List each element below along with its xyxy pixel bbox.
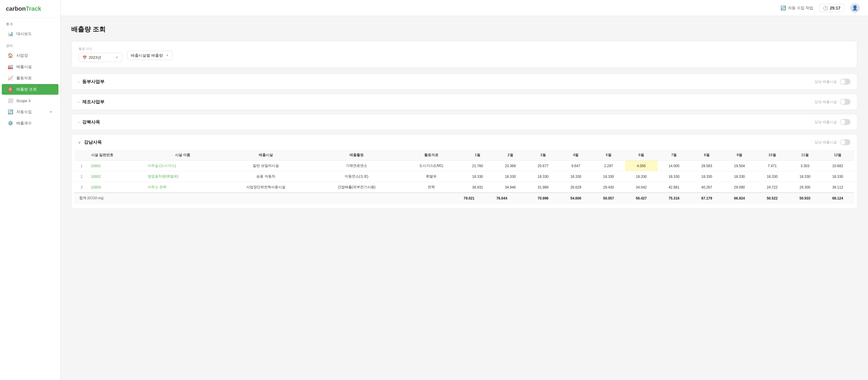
dongbu-toggle[interactable]	[840, 79, 850, 85]
cell-m1: 21.760	[461, 160, 494, 171]
sidebar-item-label: 활동자료	[16, 76, 32, 81]
col-m4: 4월	[559, 150, 592, 160]
cell-num: 2	[74, 171, 89, 182]
dashboard-icon: 📊	[8, 31, 13, 36]
cell-m12: 10.682	[822, 160, 854, 171]
clock-icon: 🕐	[823, 6, 828, 10]
sidebar-item-business-site[interactable]: 🏠 사업장	[2, 50, 58, 61]
sidebar-item-emission-inquiry[interactable]: 🎯 배출량 조회	[2, 84, 58, 95]
sidebar-item-activity-data[interactable]: 📈 활동자료	[2, 73, 58, 83]
cell-name[interactable]: 사무실 (도시가스)	[145, 160, 220, 171]
section-gangbuk: › 강북사옥 담당 배출시설	[71, 114, 857, 130]
section-dongbu: › 동부사업부 담당 배출시설	[71, 74, 857, 90]
sidebar-item-emission-facility[interactable]: 🏭 배출시설	[2, 61, 58, 72]
chevron-right-icon: ▼	[49, 110, 53, 114]
sidebar-item-emission-factor[interactable]: ⚙️ 배출계수	[2, 118, 58, 128]
sidebar-item-label: 배출계수	[16, 120, 32, 126]
section-gangnam-header[interactable]: ∨ 강남사옥 담당 배출시설	[71, 135, 857, 150]
section-gangnam: ∨ 강남사옥 담당 배출시설 시설 일련번호 시설 이름 배	[71, 134, 857, 209]
avatar[interactable]: 👤	[850, 3, 860, 13]
total-m10: 50.522	[756, 193, 788, 204]
cell-num: 3	[74, 182, 89, 193]
type-filter-group: 배출시설별 배출량 사업장별 배출량 ▼	[127, 49, 173, 60]
total-m12: 68.124	[822, 193, 854, 204]
section-dongbu-title: 동부사업부	[82, 79, 104, 85]
total-m6: 56.427	[625, 193, 658, 204]
cell-m11: 18.330	[788, 171, 821, 182]
col-m1: 1월	[461, 150, 494, 160]
emissions-table: 시설 일련번호 시설 이름 배출시설 배출활동 활동자료 1월 2월 3월 4월…	[74, 150, 854, 204]
col-m5: 5월	[592, 150, 625, 160]
cell-m8: 28.583	[690, 160, 723, 171]
gangbuk-toggle[interactable]	[840, 119, 850, 125]
cell-m4: 18.330	[559, 171, 592, 182]
cell-data: 전력	[401, 182, 461, 193]
col-m2: 2월	[494, 150, 527, 160]
cell-name[interactable]: 영업용차량(휘발유)	[145, 171, 220, 182]
cell-serial[interactable]: 10002	[89, 171, 145, 182]
cell-m3: 18.330	[527, 171, 559, 182]
total-m2: 76.644	[494, 193, 527, 204]
sidebar-item-label: 배출량 조회	[16, 87, 37, 92]
total-m8: 87.179	[690, 193, 723, 204]
jejo-toggle[interactable]	[840, 99, 850, 105]
sidebar-item-scope3[interactable]: ⬜ Scope 3	[2, 95, 58, 106]
year-select[interactable]: 2023년 2022년 2021년	[89, 55, 113, 60]
section-gangbuk-header[interactable]: › 강북사옥 담당 배출시설	[71, 114, 857, 130]
cell-m12: 18.330	[822, 171, 854, 182]
cell-m5: 2.297	[592, 160, 625, 171]
section-jejo-header[interactable]: › 제조사업부 담당 배출시설	[71, 94, 857, 110]
auto-collect-button[interactable]: 🔃 자동 수집 작업	[780, 5, 813, 11]
cell-m10: 7.471	[756, 160, 788, 171]
cell-m4: 26.629	[559, 182, 592, 193]
logo: carbon Track	[0, 0, 60, 18]
cell-m2: 23.368	[494, 160, 527, 171]
total-m1: 79.021	[461, 193, 494, 204]
total-m7: 75.316	[658, 193, 690, 204]
cell-m2: 34.946	[494, 182, 527, 193]
cell-m1: 18.330	[461, 171, 494, 182]
cell-name[interactable]: 사무소 전력	[145, 182, 220, 193]
cell-m7: 42.981	[658, 182, 690, 193]
col-m11: 11월	[788, 150, 821, 160]
col-m6: 6월	[625, 150, 658, 160]
toggle-label: 담당 배출시설	[815, 140, 837, 145]
total-m5: 50.057	[592, 193, 625, 204]
toggle-label: 담당 배출시설	[815, 120, 837, 125]
cell-m7: 18.330	[658, 171, 690, 182]
logo-carbon: carbon	[6, 5, 26, 12]
cell-serial[interactable]: 10003	[89, 182, 145, 193]
total-m9: 66.924	[723, 193, 756, 204]
col-m3: 3월	[527, 150, 559, 160]
cell-num: 1	[74, 160, 89, 171]
col-name: 시설 이름	[145, 150, 220, 160]
table-row: 3 10003 사무소 전력 사업장단위전력사용시설 간접배출(외부전기사용) …	[74, 182, 854, 193]
cell-m11: 3.303	[788, 160, 821, 171]
cell-m3: 20.677	[527, 160, 559, 171]
gear-icon: ⚙️	[8, 120, 13, 126]
total-m4: 54.606	[559, 193, 592, 204]
cell-m8: 40.267	[690, 182, 723, 193]
col-m9: 9월	[723, 150, 756, 160]
topbar: 🔃 자동 수집 작업 🕐 25:17 👤	[61, 0, 868, 16]
type-select[interactable]: 배출시설별 배출량 사업장별 배출량	[131, 53, 163, 58]
col-m8: 8월	[690, 150, 723, 160]
sidebar-item-dashboard[interactable]: 📊 대시보드	[2, 29, 58, 39]
cell-m6: 4.056	[625, 160, 658, 171]
year-filter[interactable]: 📅 2023년 2022년 2021년 ▼	[79, 53, 122, 62]
total-m3: 70.996	[527, 193, 559, 204]
table-row: 2 10002 영업용차량(휘발유) 승용 자동차 이동연소(도로) 휘발유 1…	[74, 171, 854, 182]
scope3-icon: ⬜	[8, 98, 13, 103]
sidebar-item-auto-collect[interactable]: 🔄 자동수집 ▼	[2, 107, 58, 117]
chevron-down-icon: ▼	[115, 56, 118, 59]
sidebar-item-label: Scope 3	[16, 98, 31, 103]
cell-serial[interactable]: 10001	[89, 160, 145, 171]
table-row: 1 10001 사무실 (도시가스) 일반 보일러시설 기체연료연소 도시가스(…	[74, 160, 854, 171]
section-dongbu-header[interactable]: › 동부사업부 담당 배출시설	[71, 74, 857, 89]
filter-bar: 활동 연도 📅 2023년 2022년 2021년 ▼ 배출시설별 배출량	[71, 41, 857, 68]
type-filter[interactable]: 배출시설별 배출량 사업장별 배출량 ▼	[127, 51, 173, 60]
col-m7: 7월	[658, 150, 690, 160]
col-activity: 배출활동	[312, 150, 401, 160]
cell-m5: 29.430	[592, 182, 625, 193]
gangnam-toggle[interactable]	[840, 139, 850, 145]
